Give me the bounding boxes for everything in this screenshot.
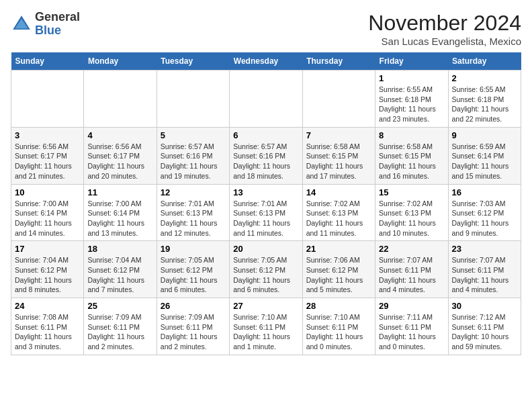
- logo: General Blue: [11, 11, 80, 38]
- day-number: 11: [87, 187, 152, 197]
- calendar-cell: 18Sunrise: 7:04 AM Sunset: 6:12 PM Dayli…: [84, 241, 157, 298]
- page-header: General Blue November 2024 San Lucas Eva…: [11, 11, 521, 47]
- weekday-header-sunday: Sunday: [11, 52, 84, 71]
- calendar-cell: 6Sunrise: 6:57 AM Sunset: 6:16 PM Daylig…: [230, 127, 302, 184]
- day-info: Sunrise: 7:10 AM Sunset: 6:11 PM Dayligh…: [233, 312, 298, 352]
- calendar-cell: 14Sunrise: 7:02 AM Sunset: 6:13 PM Dayli…: [302, 184, 375, 241]
- day-info: Sunrise: 6:57 AM Sunset: 6:16 PM Dayligh…: [233, 142, 298, 181]
- day-number: 1: [379, 73, 444, 83]
- day-info: Sunrise: 7:02 AM Sunset: 6:13 PM Dayligh…: [379, 199, 444, 238]
- day-info: Sunrise: 7:02 AM Sunset: 6:13 PM Dayligh…: [306, 199, 371, 238]
- calendar-cell: 9Sunrise: 6:59 AM Sunset: 6:14 PM Daylig…: [448, 127, 521, 184]
- day-number: 5: [161, 130, 226, 140]
- calendar-cell: 20Sunrise: 7:05 AM Sunset: 6:12 PM Dayli…: [230, 241, 302, 298]
- calendar-cell: 5Sunrise: 6:57 AM Sunset: 6:16 PM Daylig…: [157, 127, 229, 184]
- day-info: Sunrise: 7:09 AM Sunset: 6:11 PM Dayligh…: [161, 312, 226, 352]
- day-number: 29: [379, 301, 444, 311]
- day-number: 6: [233, 130, 298, 140]
- day-info: Sunrise: 6:56 AM Sunset: 6:17 PM Dayligh…: [15, 142, 80, 181]
- day-info: Sunrise: 7:10 AM Sunset: 6:11 PM Dayligh…: [306, 312, 371, 352]
- calendar-cell: 26Sunrise: 7:09 AM Sunset: 6:11 PM Dayli…: [157, 298, 229, 355]
- day-number: 21: [306, 244, 371, 254]
- calendar-cell: 11Sunrise: 7:00 AM Sunset: 6:14 PM Dayli…: [84, 184, 157, 241]
- calendar-cell: 25Sunrise: 7:09 AM Sunset: 6:11 PM Dayli…: [84, 298, 157, 355]
- day-number: 7: [306, 130, 371, 140]
- calendar-cell: 10Sunrise: 7:00 AM Sunset: 6:14 PM Dayli…: [11, 184, 84, 241]
- day-info: Sunrise: 7:07 AM Sunset: 6:11 PM Dayligh…: [379, 255, 444, 295]
- day-info: Sunrise: 6:55 AM Sunset: 6:18 PM Dayligh…: [379, 85, 444, 124]
- calendar-cell: 27Sunrise: 7:10 AM Sunset: 6:11 PM Dayli…: [230, 298, 302, 355]
- weekday-header-tuesday: Tuesday: [157, 52, 229, 71]
- day-info: Sunrise: 7:00 AM Sunset: 6:14 PM Dayligh…: [87, 199, 152, 238]
- day-number: 15: [379, 187, 444, 197]
- day-number: 24: [15, 301, 80, 311]
- day-number: 23: [452, 244, 517, 254]
- day-number: 17: [15, 244, 80, 254]
- day-info: Sunrise: 6:56 AM Sunset: 6:17 PM Dayligh…: [87, 142, 152, 181]
- weekday-header-wednesday: Wednesday: [230, 52, 302, 71]
- calendar-cell: 17Sunrise: 7:04 AM Sunset: 6:12 PM Dayli…: [11, 241, 84, 298]
- calendar-cell: [157, 71, 229, 128]
- day-number: 26: [161, 301, 226, 311]
- day-info: Sunrise: 7:01 AM Sunset: 6:13 PM Dayligh…: [233, 199, 298, 238]
- calendar-cell: 7Sunrise: 6:58 AM Sunset: 6:15 PM Daylig…: [302, 127, 375, 184]
- day-number: 30: [452, 301, 517, 311]
- day-number: 25: [87, 301, 152, 311]
- calendar-cell: 29Sunrise: 7:11 AM Sunset: 6:11 PM Dayli…: [375, 298, 448, 355]
- calendar-table: SundayMondayTuesdayWednesdayThursdayFrid…: [11, 52, 521, 355]
- day-info: Sunrise: 6:55 AM Sunset: 6:18 PM Dayligh…: [452, 85, 517, 124]
- calendar-cell: 8Sunrise: 6:58 AM Sunset: 6:15 PM Daylig…: [375, 127, 448, 184]
- day-info: Sunrise: 7:11 AM Sunset: 6:11 PM Dayligh…: [379, 312, 444, 352]
- calendar-cell: 13Sunrise: 7:01 AM Sunset: 6:13 PM Dayli…: [230, 184, 302, 241]
- day-number: 19: [161, 244, 226, 254]
- day-info: Sunrise: 7:04 AM Sunset: 6:12 PM Dayligh…: [87, 255, 152, 295]
- day-info: Sunrise: 7:03 AM Sunset: 6:12 PM Dayligh…: [452, 199, 517, 238]
- weekday-header-friday: Friday: [375, 52, 448, 71]
- location: San Lucas Evangelista, Mexico: [368, 36, 521, 47]
- calendar-cell: 21Sunrise: 7:06 AM Sunset: 6:12 PM Dayli…: [302, 241, 375, 298]
- day-number: 8: [379, 130, 444, 140]
- weekday-header-row: SundayMondayTuesdayWednesdayThursdayFrid…: [11, 52, 521, 71]
- day-number: 2: [452, 73, 517, 83]
- day-number: 9: [452, 130, 517, 140]
- weekday-header-thursday: Thursday: [302, 52, 375, 71]
- day-info: Sunrise: 7:08 AM Sunset: 6:11 PM Dayligh…: [15, 312, 80, 352]
- day-number: 3: [15, 130, 80, 140]
- calendar-cell: 22Sunrise: 7:07 AM Sunset: 6:11 PM Dayli…: [375, 241, 448, 298]
- week-row-4: 17Sunrise: 7:04 AM Sunset: 6:12 PM Dayli…: [11, 241, 521, 298]
- calendar-cell: [230, 71, 302, 128]
- week-row-3: 10Sunrise: 7:00 AM Sunset: 6:14 PM Dayli…: [11, 184, 521, 241]
- day-info: Sunrise: 6:58 AM Sunset: 6:15 PM Dayligh…: [379, 142, 444, 181]
- calendar-cell: 3Sunrise: 6:56 AM Sunset: 6:17 PM Daylig…: [11, 127, 84, 184]
- week-row-2: 3Sunrise: 6:56 AM Sunset: 6:17 PM Daylig…: [11, 127, 521, 184]
- day-info: Sunrise: 7:05 AM Sunset: 6:12 PM Dayligh…: [233, 255, 298, 295]
- day-number: 13: [233, 187, 298, 197]
- month-title: November 2024: [368, 11, 521, 36]
- day-number: 10: [15, 187, 80, 197]
- day-number: 20: [233, 244, 298, 254]
- calendar-cell: 4Sunrise: 6:56 AM Sunset: 6:17 PM Daylig…: [84, 127, 157, 184]
- calendar-cell: [11, 71, 84, 128]
- logo-icon: [11, 13, 32, 35]
- day-number: 4: [87, 130, 152, 140]
- weekday-header-saturday: Saturday: [448, 52, 521, 71]
- logo-general: General: [35, 10, 80, 24]
- week-row-1: 1Sunrise: 6:55 AM Sunset: 6:18 PM Daylig…: [11, 71, 521, 128]
- calendar-cell: [84, 71, 157, 128]
- day-info: Sunrise: 6:58 AM Sunset: 6:15 PM Dayligh…: [306, 142, 371, 181]
- calendar-cell: 19Sunrise: 7:05 AM Sunset: 6:12 PM Dayli…: [157, 241, 229, 298]
- day-info: Sunrise: 7:09 AM Sunset: 6:11 PM Dayligh…: [87, 312, 152, 352]
- day-number: 18: [87, 244, 152, 254]
- day-info: Sunrise: 7:04 AM Sunset: 6:12 PM Dayligh…: [15, 255, 80, 295]
- calendar-cell: 15Sunrise: 7:02 AM Sunset: 6:13 PM Dayli…: [375, 184, 448, 241]
- calendar-cell: 30Sunrise: 7:12 AM Sunset: 6:11 PM Dayli…: [448, 298, 521, 355]
- logo-blue: Blue: [35, 24, 61, 37]
- day-number: 27: [233, 301, 298, 311]
- day-number: 28: [306, 301, 371, 311]
- day-info: Sunrise: 7:00 AM Sunset: 6:14 PM Dayligh…: [15, 199, 80, 238]
- day-info: Sunrise: 7:01 AM Sunset: 6:13 PM Dayligh…: [161, 199, 226, 238]
- day-number: 14: [306, 187, 371, 197]
- day-number: 16: [452, 187, 517, 197]
- calendar-cell: 24Sunrise: 7:08 AM Sunset: 6:11 PM Dayli…: [11, 298, 84, 355]
- day-number: 12: [161, 187, 226, 197]
